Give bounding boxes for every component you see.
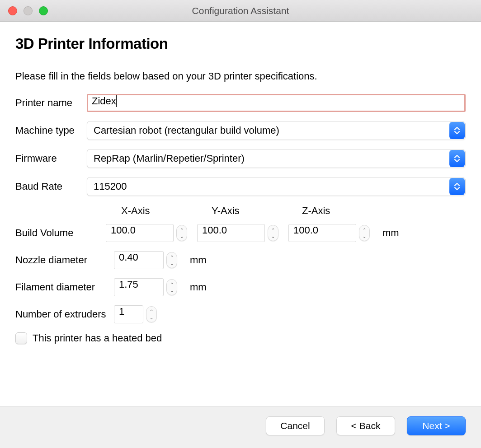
stepper-down-icon: ⌄ (363, 233, 366, 239)
stepper-up-icon: ⌃ (170, 254, 174, 260)
build-volume-y-input[interactable]: 100.0 (197, 224, 265, 242)
stepper-buttons[interactable]: ⌃⌄ (268, 225, 278, 241)
build-volume-x-input[interactable]: 100.0 (106, 224, 174, 242)
minimize-window-button[interactable] (24, 6, 33, 15)
heated-bed-row: This printer has a heated bed (15, 332, 466, 344)
z-axis-header: Z-Axis (287, 205, 377, 217)
axis-headers: X-Axis Y-Axis Z-Axis (15, 205, 466, 217)
stepper-down-icon: ⌄ (271, 233, 275, 239)
baud-rate-select[interactable]: 115200 (87, 177, 466, 196)
firmware-label: Firmware (15, 153, 87, 164)
baud-rate-value: 115200 (94, 181, 127, 192)
footer: Cancel < Back Next > (0, 406, 481, 448)
content-area: 3D Printer Information Please fill in th… (0, 22, 481, 406)
intro-text: Please fill in the fields below based on… (15, 70, 466, 82)
window-title: Configuration Assistant (0, 5, 481, 16)
window-controls (8, 6, 48, 15)
baud-rate-label: Baud Rate (15, 181, 87, 192)
stepper-buttons[interactable]: ⌃⌄ (146, 306, 157, 322)
build-volume-unit: mm (382, 227, 399, 239)
filament-diameter-row: Filament diameter 1.75 ⌃⌄ mm (15, 278, 466, 296)
baud-rate-row: Baud Rate 115200 (15, 177, 466, 196)
dropdown-arrows-icon (449, 150, 465, 167)
extruders-row: Number of extruders 1 ⌃⌄ (15, 305, 466, 323)
stepper-down-icon: ⌄ (170, 260, 174, 266)
back-button[interactable]: < Back (336, 416, 395, 435)
nozzle-diameter-unit: mm (190, 254, 207, 266)
machine-type-row: Machine type Cartesian robot (rectangula… (15, 121, 466, 140)
firmware-row: Firmware RepRap (Marlin/Repetier/Sprinte… (15, 149, 466, 168)
printer-name-value: Zidex (92, 95, 117, 107)
extruders-label: Number of extruders (15, 308, 114, 320)
close-window-button[interactable] (8, 6, 17, 15)
titlebar: Configuration Assistant (0, 0, 481, 22)
firmware-select[interactable]: RepRap (Marlin/Repetier/Sprinter) (87, 149, 466, 168)
heated-bed-label: This printer has a heated bed (33, 332, 162, 344)
x-axis-header: X-Axis (106, 205, 196, 217)
build-volume-y-stepper: 100.0 ⌃⌄ (197, 224, 278, 242)
stepper-up-icon: ⌃ (170, 281, 174, 287)
heated-bed-checkbox[interactable] (15, 332, 27, 344)
configuration-window: Configuration Assistant 3D Printer Infor… (0, 0, 481, 448)
stepper-up-icon: ⌃ (150, 308, 153, 314)
page-heading: 3D Printer Information (15, 35, 466, 52)
dropdown-arrows-icon (449, 122, 465, 139)
stepper-up-icon: ⌃ (180, 227, 184, 233)
stepper-up-icon: ⌃ (363, 227, 366, 233)
build-volume-label: Build Volume (15, 227, 106, 239)
stepper-down-icon: ⌄ (170, 287, 174, 294)
y-axis-header: Y-Axis (196, 205, 287, 217)
stepper-buttons[interactable]: ⌃⌄ (166, 252, 177, 268)
stepper-down-icon: ⌄ (150, 314, 153, 321)
build-volume-z-input[interactable]: 100.0 (288, 224, 356, 242)
firmware-value: RepRap (Marlin/Repetier/Sprinter) (94, 153, 245, 164)
nozzle-diameter-input[interactable]: 0.40 (114, 251, 164, 269)
filament-diameter-label: Filament diameter (15, 281, 114, 293)
build-volume-row: Build Volume 100.0 ⌃⌄ 100.0 ⌃⌄ 100.0 ⌃⌄ … (15, 224, 466, 242)
machine-type-select[interactable]: Cartesian robot (rectangular build volum… (87, 121, 466, 140)
cancel-button[interactable]: Cancel (266, 416, 325, 435)
nozzle-diameter-label: Nozzle diameter (15, 254, 114, 266)
printer-name-label: Printer name (15, 97, 87, 109)
machine-type-label: Machine type (15, 125, 87, 136)
extruders-stepper: 1 ⌃⌄ (114, 305, 157, 323)
next-button[interactable]: Next > (407, 416, 466, 435)
nozzle-diameter-stepper: 0.40 ⌃⌄ (114, 251, 177, 269)
stepper-buttons[interactable]: ⌃⌄ (166, 279, 177, 295)
printer-name-row: Printer name Zidex (15, 94, 466, 112)
stepper-up-icon: ⌃ (271, 227, 275, 233)
filament-diameter-input[interactable]: 1.75 (114, 278, 164, 296)
machine-type-value: Cartesian robot (rectangular build volum… (94, 125, 279, 136)
build-volume-x-stepper: 100.0 ⌃⌄ (106, 224, 187, 242)
zoom-window-button[interactable] (39, 6, 48, 15)
stepper-buttons[interactable]: ⌃⌄ (176, 225, 187, 241)
filament-diameter-unit: mm (190, 281, 207, 293)
extruders-input[interactable]: 1 (114, 305, 143, 323)
stepper-buttons[interactable]: ⌃⌄ (359, 225, 370, 241)
nozzle-diameter-row: Nozzle diameter 0.40 ⌃⌄ mm (15, 251, 466, 269)
printer-name-input[interactable]: Zidex (87, 94, 466, 112)
build-volume-z-stepper: 100.0 ⌃⌄ (288, 224, 370, 242)
filament-diameter-stepper: 1.75 ⌃⌄ (114, 278, 177, 296)
stepper-down-icon: ⌄ (180, 233, 184, 239)
dropdown-arrows-icon (449, 178, 465, 195)
